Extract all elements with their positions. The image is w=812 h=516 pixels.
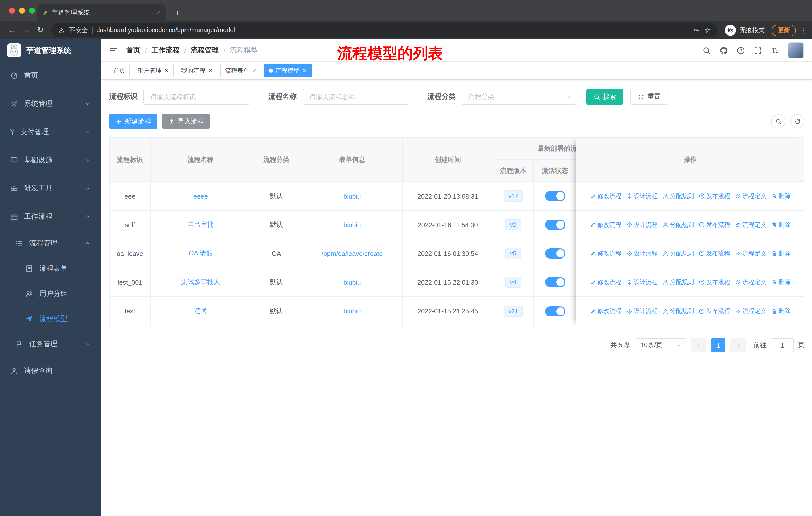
tagsview-tab[interactable]: 我的流程 — [177, 64, 218, 77]
tab-close-icon[interactable] — [164, 68, 169, 73]
back-button[interactable]: ← — [5, 23, 19, 37]
version-tag[interactable]: v4 — [505, 277, 521, 288]
action-process-definition[interactable]: 流程定义 — [735, 249, 766, 258]
sidebar-item-infrastructure[interactable]: 基础设施 — [0, 146, 101, 174]
action-assign-rules[interactable]: 分配规则 — [662, 278, 694, 287]
breadcrumb-item[interactable]: 工作流程 — [151, 46, 180, 55]
tagsview-tab[interactable]: 首页 — [109, 64, 130, 77]
help-icon[interactable] — [736, 46, 745, 55]
sidebar-item-process-model[interactable]: 流程模型 — [0, 306, 101, 332]
header-search-icon[interactable] — [702, 46, 711, 55]
tab-close-icon[interactable] — [208, 68, 213, 73]
version-tag[interactable]: v5 — [505, 248, 521, 259]
action-assign-rules[interactable]: 分配规则 — [662, 307, 694, 316]
status-toggle[interactable] — [545, 277, 565, 287]
action-process-definition[interactable]: 流程定义 — [735, 220, 766, 229]
version-tag[interactable]: v17 — [504, 190, 523, 201]
action-assign-rules[interactable]: 分配规则 — [662, 192, 694, 200]
action-design-process[interactable]: 设计流程 — [626, 249, 658, 258]
page-jump-input[interactable] — [771, 338, 794, 352]
breadcrumb-item[interactable]: 首页 — [126, 46, 141, 55]
version-tag[interactable]: v21 — [504, 306, 523, 317]
tagsview-tab[interactable]: 租户管理 — [133, 64, 174, 77]
action-delete[interactable]: 删除 — [771, 278, 791, 287]
process-name-link[interactable]: 滔博 — [194, 307, 207, 316]
sidebar-item-process-manage[interactable]: 流程管理 — [0, 231, 101, 256]
page-number-button[interactable]: 1 — [711, 338, 725, 352]
close-window-button[interactable] — [9, 7, 15, 13]
form-info-link[interactable]: biubiu — [343, 221, 361, 228]
process-category-select[interactable]: 流程分类 — [462, 89, 576, 105]
form-info-link[interactable]: biubiu — [343, 192, 361, 200]
user-avatar[interactable] — [788, 42, 804, 58]
action-assign-rules[interactable]: 分配规则 — [662, 249, 694, 258]
action-publish-process[interactable]: 发布流程 — [698, 220, 730, 229]
process-name-link[interactable]: 测试多审批人 — [181, 278, 220, 287]
action-edit-process[interactable]: 修改流程 — [590, 220, 621, 229]
github-icon[interactable] — [719, 46, 728, 55]
search-button[interactable]: 搜索 — [586, 89, 623, 105]
tab-close-icon[interactable] — [302, 68, 307, 73]
sidebar-collapse-icon[interactable] — [109, 46, 118, 55]
breadcrumb-item[interactable]: 流程管理 — [191, 46, 219, 55]
sidebar-item-task-manage[interactable]: 任务管理 — [0, 332, 101, 357]
chrome-update-button[interactable]: 更新 — [772, 24, 796, 36]
bookmark-star-icon[interactable]: ☆ — [704, 27, 711, 34]
action-edit-process[interactable]: 修改流程 — [590, 278, 621, 287]
toggle-search-button[interactable] — [771, 114, 785, 129]
zoom-window-button[interactable] — [29, 7, 35, 13]
sidebar-item-payment[interactable]: ¥支付管理 — [0, 118, 101, 146]
action-edit-process[interactable]: 修改流程 — [590, 192, 621, 200]
prev-page-button[interactable] — [691, 338, 706, 352]
sidebar-logo[interactable]: 芋道管理系统 — [0, 39, 101, 61]
password-manager-icon[interactable] — [693, 27, 700, 34]
refresh-table-button[interactable] — [790, 114, 805, 129]
process-key-input[interactable] — [143, 89, 250, 105]
tagsview-tab[interactable]: 流程表单 — [221, 64, 261, 77]
tab-close-icon[interactable] — [155, 10, 161, 16]
security-warning-icon[interactable] — [58, 27, 65, 33]
action-publish-process[interactable]: 发布流程 — [698, 278, 730, 287]
action-process-definition[interactable]: 流程定义 — [735, 192, 766, 200]
sidebar-item-system[interactable]: 系统管理 — [0, 90, 101, 118]
form-info-link[interactable]: /bpm/oa/leave/create — [322, 250, 383, 257]
url-bar[interactable]: 不安全 dashboard.yudao.iocoder.cn/bpm/manag… — [51, 23, 718, 37]
action-delete[interactable]: 删除 — [771, 249, 791, 258]
page-size-select[interactable]: 10条/页 — [636, 338, 686, 352]
import-process-button[interactable]: 导入流程 — [162, 114, 210, 129]
action-delete[interactable]: 删除 — [771, 192, 791, 200]
form-info-link[interactable]: biubiu — [343, 307, 361, 315]
action-design-process[interactable]: 设计流程 — [626, 278, 658, 287]
action-design-process[interactable]: 设计流程 — [626, 192, 658, 200]
create-process-button[interactable]: 新建流程 — [109, 114, 157, 129]
process-name-link[interactable]: OA 请假 — [188, 249, 212, 258]
browser-menu-icon[interactable]: ⋮ — [800, 27, 807, 34]
action-publish-process[interactable]: 发布流程 — [698, 249, 730, 258]
sidebar-item-workflow[interactable]: 工作流程 — [0, 202, 101, 231]
reset-button[interactable]: 重置 — [630, 89, 668, 105]
minimize-window-button[interactable] — [19, 7, 25, 13]
fullscreen-icon[interactable] — [754, 46, 762, 55]
font-size-icon[interactable] — [771, 46, 779, 55]
browser-tab[interactable]: 芋道管理系统 — [37, 4, 166, 21]
sidebar-item-leave-query[interactable]: 请假查询 — [0, 357, 101, 385]
action-design-process[interactable]: 设计流程 — [626, 220, 658, 229]
tab-close-icon[interactable] — [252, 68, 257, 73]
action-edit-process[interactable]: 修改流程 — [590, 249, 621, 258]
status-toggle[interactable] — [545, 306, 565, 316]
process-name-input[interactable] — [302, 89, 409, 105]
forward-button[interactable]: → — [19, 23, 33, 37]
action-delete[interactable]: 删除 — [771, 220, 791, 229]
sidebar-item-process-form[interactable]: 流程表单 — [0, 256, 101, 281]
process-name-link[interactable]: 自己审批 — [187, 220, 214, 229]
new-tab-button[interactable] — [170, 5, 184, 20]
action-publish-process[interactable]: 发布流程 — [698, 192, 730, 200]
status-toggle[interactable] — [545, 191, 565, 201]
action-process-definition[interactable]: 流程定义 — [735, 278, 766, 287]
sidebar-item-dev-tools[interactable]: 研发工具 — [0, 174, 101, 202]
form-info-link[interactable]: biubiu — [343, 278, 361, 286]
action-process-definition[interactable]: 流程定义 — [735, 307, 766, 316]
sidebar-item-home[interactable]: 首页 — [0, 61, 101, 90]
status-toggle[interactable] — [545, 220, 565, 230]
reload-button[interactable]: ↻ — [33, 23, 47, 37]
